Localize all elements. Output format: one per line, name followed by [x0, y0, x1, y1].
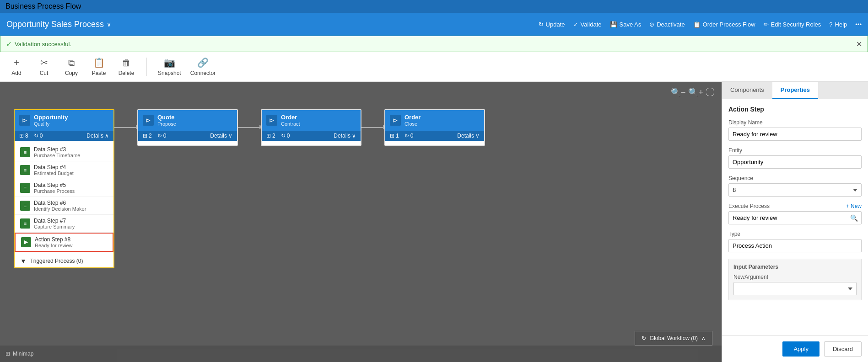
global-workflow-collapse-icon: ∧	[701, 335, 706, 341]
step-3-icon: ≡	[20, 147, 30, 157]
global-workflow-bar[interactable]: ↻ Global Workflow (0) ∧	[635, 331, 712, 346]
top-bar-title: Business Process Flow	[5, 2, 81, 11]
cut-icon: ✂	[40, 57, 48, 68]
connector-button[interactable]: 🔗 Connector	[190, 57, 216, 76]
type-input[interactable]	[728, 239, 862, 252]
discard-button[interactable]: Discard	[824, 341, 862, 357]
help-button[interactable]: ? Help	[829, 21, 847, 28]
quote-flow-node[interactable]: ⊳ Quote Propose ⊞ 2 ↻ 0	[137, 109, 238, 146]
step-7-icon: ≡	[20, 218, 30, 229]
display-name-group: Display Name	[728, 119, 862, 141]
step-4-icon: ≡	[20, 165, 30, 175]
close-details-button[interactable]: Details ∨	[457, 133, 480, 139]
order-close-flow-node[interactable]: ⊳ Order Close ⊞ 1 ↻ 0	[384, 109, 485, 146]
quote-step-icon: ⊞	[143, 133, 147, 139]
display-name-input[interactable]	[728, 128, 862, 141]
new-link[interactable]: + New	[846, 203, 862, 209]
input-params-title: Input Parameters	[733, 264, 857, 270]
step-badge: ⊞ 8	[19, 133, 28, 139]
step-8-text: Action Step #8 Ready for review	[35, 236, 73, 248]
zoom-out-button[interactable]: 🔍−	[671, 87, 686, 97]
quote-details-button[interactable]: Details ∨	[210, 133, 232, 139]
save-as-button[interactable]: 💾 Save As	[610, 21, 642, 28]
add-button[interactable]: + Add	[7, 58, 26, 76]
type-group: Type	[728, 231, 862, 252]
step-6-icon: ≡	[20, 201, 30, 211]
snapshot-button[interactable]: 📷 Snapshot	[158, 57, 181, 76]
step-6-text: Data Step #6 Identify Decision Maker	[34, 200, 86, 212]
edit-security-roles-button[interactable]: ✏ Edit Security Roles	[764, 21, 821, 28]
search-icon: 🔍	[850, 214, 858, 222]
order-step-badge: ⊞ 2	[266, 133, 275, 139]
deactivate-button[interactable]: ⊘ Deactivate	[649, 21, 685, 28]
save-icon: 💾	[610, 21, 617, 28]
update-button[interactable]: ↻ Update	[539, 21, 565, 28]
step-item-6[interactable]: ≡ Data Step #6 Identify Decision Maker	[15, 197, 113, 215]
step-item-4[interactable]: ≡ Data Step #4 Estimated Budget	[15, 161, 113, 179]
tab-components[interactable]: Components	[722, 82, 772, 99]
copy-button[interactable]: ⧉ Copy	[62, 58, 81, 76]
step-3-text: Data Step #3 Purchase Timeframe	[34, 146, 80, 158]
quote-condition-badge: ↻ 0	[157, 133, 167, 139]
header: Opportunity Sales Process ∨ ↻ Update ✓ V…	[0, 13, 868, 36]
execute-process-input[interactable]	[728, 211, 862, 224]
snapshot-icon: 📷	[164, 57, 175, 68]
chevron-down-icon[interactable]: ∨	[107, 21, 111, 28]
validate-button[interactable]: ✓ Validate	[573, 21, 602, 28]
step-item-3[interactable]: ≡ Data Step #3 Purchase Timeframe	[15, 144, 113, 161]
canvas-controls: 🔍− 🔍+ ⛶	[671, 87, 714, 97]
execute-process-group: Execute Process + New 🔍	[728, 203, 862, 224]
quote-node-icon: ⊳	[143, 115, 154, 126]
close-condition-badge: ↻ 0	[404, 133, 414, 139]
paste-button[interactable]: 📋 Paste	[90, 57, 108, 76]
quote-step-badge: ⊞ 2	[143, 133, 152, 139]
step-5-text: Data Step #5 Purchase Process	[34, 182, 75, 194]
details-button[interactable]: Details ∧	[86, 133, 109, 139]
connector-2: ▶	[238, 109, 261, 146]
order-condition-badge: ↻ 0	[281, 133, 290, 139]
more-button[interactable]: •••	[855, 21, 862, 28]
order-contract-flow-node[interactable]: ⊳ Order Contract ⊞ 2 ↻ 0	[261, 109, 361, 146]
step-item-5[interactable]: ≡ Data Step #5 Purchase Process	[15, 179, 113, 197]
display-name-label: Display Name	[728, 119, 862, 126]
sequence-select[interactable]: 8	[728, 183, 862, 197]
order-close-header: ⊳ Order Close	[385, 110, 484, 131]
condition-badge-icon: ↻	[34, 133, 38, 139]
security-icon: ✏	[764, 21, 769, 28]
execute-process-input-wrap: 🔍	[728, 211, 862, 224]
delete-button[interactable]: 🗑 Delete	[117, 58, 135, 76]
opportunity-node-title: Opportunity Qualify	[34, 114, 68, 127]
apply-button[interactable]: Apply	[782, 341, 819, 357]
close-chevron-icon: ∨	[475, 133, 480, 139]
order-contract-title: Order Contract	[281, 114, 300, 127]
order-process-flow-button[interactable]: 📋 Order Process Flow	[693, 21, 755, 28]
order-details-button[interactable]: Details ∨	[334, 133, 356, 139]
entity-input[interactable]	[728, 155, 862, 169]
step-item-8[interactable]: ▶ Action Step #8 Ready for review	[15, 233, 113, 252]
zoom-in-button[interactable]: 🔍+	[688, 87, 703, 97]
opportunity-flow-node[interactable]: ⊳ Opportunity Qualify ⊞ 8 ↻ 0	[14, 109, 114, 268]
cut-button[interactable]: ✂ Cut	[35, 57, 53, 76]
order-contract-icon: ⊳	[266, 115, 277, 126]
global-workflow-cycle-icon: ↻	[642, 335, 646, 341]
fit-button[interactable]: ⛶	[706, 87, 714, 97]
order-close-footer: ⊞ 1 ↻ 0 Details ∨	[385, 131, 484, 141]
condition-badge: ↻ 0	[34, 133, 43, 139]
order-condition-icon: ↻	[281, 133, 286, 139]
tab-properties[interactable]: Properties	[772, 82, 818, 99]
validation-text: ✓ Validation successful.	[6, 40, 71, 48]
delete-icon: 🗑	[122, 58, 131, 68]
process-title[interactable]: Opportunity Sales Process	[6, 20, 104, 29]
header-left: Opportunity Sales Process ∨	[6, 20, 111, 29]
step-item-7[interactable]: ≡ Data Step #7 Capture Summary	[15, 215, 113, 233]
opportunity-node-icon: ⊳	[19, 115, 30, 126]
update-icon: ↻	[539, 21, 544, 28]
copy-icon: ⧉	[68, 58, 75, 68]
new-argument-select[interactable]	[733, 282, 857, 295]
minimap-button[interactable]: ⊞ Minimap	[5, 351, 33, 357]
connector-line-2: ▶	[238, 127, 261, 128]
execute-process-label-row: Execute Process + New	[728, 203, 862, 209]
panel-content: Action Step Display Name Entity Sequence…	[722, 99, 868, 335]
triggered-row[interactable]: ▼ Triggered Process (0)	[15, 255, 113, 267]
close-validation-button[interactable]: ✕	[856, 40, 862, 48]
